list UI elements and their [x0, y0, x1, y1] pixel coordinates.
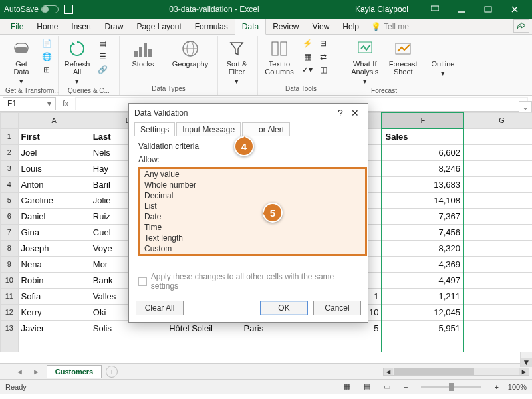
cell[interactable] [464, 288, 532, 304]
help-icon[interactable]: ? [333, 108, 348, 118]
allow-option[interactable]: Any value [140, 169, 365, 180]
flash-fill-icon[interactable]: ⚡ [301, 37, 314, 49]
cell[interactable]: 5,951 [382, 320, 464, 336]
cell[interactable] [464, 320, 532, 336]
cell[interactable] [464, 144, 532, 160]
tab-help[interactable]: Help [336, 19, 366, 34]
cell[interactable]: Caroline [18, 192, 90, 208]
fx-icon[interactable]: fx [56, 99, 75, 108]
sheet-nav-next[interactable]: ► [30, 368, 43, 376]
sort-filter-button[interactable]: Sort & Filter▾ [221, 37, 253, 87]
cell[interactable]: 14,108 [382, 192, 464, 208]
close-icon[interactable] [501, 0, 528, 19]
zoom-out-button[interactable]: − [400, 383, 412, 391]
sheet-nav-prev[interactable]: ◄ [13, 368, 26, 376]
cell[interactable] [464, 336, 532, 352]
zoom-level[interactable]: 100% [508, 383, 527, 391]
row-header[interactable]: 10 [1, 272, 19, 288]
data-model-icon[interactable]: ◫ [317, 64, 330, 76]
cell[interactable] [464, 256, 532, 272]
stocks-button[interactable]: Stocks [122, 37, 164, 69]
maximize-icon[interactable] [475, 0, 501, 19]
add-sheet-button[interactable]: + [106, 366, 118, 378]
remove-duplicates-icon[interactable]: ▦ [301, 51, 314, 63]
allow-option[interactable]: List [140, 201, 365, 211]
cell[interactable]: 7,456 [382, 224, 464, 240]
cell[interactable] [464, 272, 532, 288]
normal-view-icon[interactable]: ▦ [340, 382, 354, 392]
from-web-icon[interactable]: 🌐 [40, 51, 53, 63]
cell[interactable]: Sales [382, 128, 464, 144]
cell[interactable] [241, 336, 317, 352]
col-header-G[interactable]: G [464, 112, 532, 128]
cell[interactable]: Sofia [18, 288, 90, 304]
ribbon-options-icon[interactable] [422, 0, 448, 19]
allow-option[interactable]: Date [140, 211, 365, 222]
relationships-icon[interactable]: ⇄ [317, 51, 330, 63]
tab-view[interactable]: View [306, 19, 336, 34]
tab-data[interactable]: Data [235, 19, 266, 35]
close-icon[interactable]: ✕ [348, 108, 362, 118]
cell[interactable]: Anton [18, 176, 90, 192]
row-header[interactable]: 9 [1, 256, 19, 272]
row-header[interactable]: 8 [1, 240, 19, 256]
page-layout-view-icon[interactable]: ▤ [360, 382, 374, 392]
tab-page-layout[interactable]: Page Layout [130, 19, 188, 34]
tab-settings[interactable]: Settings [134, 122, 175, 136]
row-header[interactable]: 13 [1, 320, 19, 336]
row-header[interactable]: 3 [1, 160, 19, 176]
get-data-button[interactable]: Get Data▾ [5, 37, 37, 87]
horizontal-scrollbar[interactable]: ◄ ► [383, 368, 529, 376]
cell[interactable] [464, 192, 532, 208]
cell[interactable] [90, 336, 166, 352]
cell[interactable] [464, 224, 532, 240]
cell[interactable]: Nena [18, 256, 90, 272]
from-text-icon[interactable]: 📄 [40, 37, 53, 49]
outline-button[interactable]: Outline▾ [427, 37, 459, 79]
apply-all-checkbox[interactable]: Apply these changes to all other cells w… [138, 272, 358, 291]
tab-input-message[interactable]: Input Message [176, 122, 241, 136]
row-header[interactable]: 1 [1, 128, 19, 144]
scroll-left-icon[interactable]: ◄ [384, 368, 393, 375]
sheet-tab-customers[interactable]: Customers [47, 365, 102, 378]
cell[interactable] [464, 160, 532, 176]
cell[interactable] [317, 336, 382, 352]
cell[interactable] [464, 304, 532, 320]
cell[interactable]: Joseph [18, 240, 90, 256]
cell[interactable] [464, 208, 532, 224]
scroll-thumb[interactable] [394, 368, 474, 375]
row-header[interactable]: 4 [1, 176, 19, 192]
geography-button[interactable]: Geography [166, 37, 214, 69]
cell[interactable]: Joel [18, 144, 90, 160]
data-validation-icon[interactable]: ✓▾ [301, 64, 314, 76]
cell[interactable] [166, 336, 241, 352]
forecast-sheet-button[interactable]: Forecast Sheet [386, 37, 422, 77]
cell[interactable]: 7,367 [382, 208, 464, 224]
tab-review[interactable]: Review [266, 19, 305, 34]
select-all-corner[interactable] [1, 112, 19, 128]
cell[interactable]: Louis [18, 160, 90, 176]
col-header-A[interactable]: A [18, 112, 90, 128]
cancel-button[interactable]: Cancel [313, 301, 361, 315]
tell-me[interactable]: 💡 Tell me [366, 19, 414, 34]
cell[interactable]: Kerry [18, 304, 90, 320]
row-header[interactable]: 12 [1, 304, 19, 320]
from-table-icon[interactable]: ⊞ [40, 64, 53, 76]
edit-links-icon[interactable]: 🔗 [96, 64, 109, 76]
zoom-slider[interactable] [421, 386, 481, 388]
refresh-all-button[interactable]: Refresh All▾ [61, 37, 93, 87]
tab-insert[interactable]: Insert [65, 19, 98, 34]
row-header[interactable] [1, 336, 19, 352]
cell[interactable]: Daniel [18, 208, 90, 224]
cell[interactable] [464, 128, 532, 144]
consolidate-icon[interactable]: ⊟ [317, 37, 330, 49]
cell[interactable] [382, 336, 464, 352]
what-if-button[interactable]: What-If Analysis▾ [347, 37, 383, 87]
cell[interactable]: Gina [18, 224, 90, 240]
allow-option[interactable]: Decimal [140, 190, 365, 201]
cell[interactable]: 8,246 [382, 160, 464, 176]
tab-home[interactable]: Home [30, 19, 65, 34]
save-icon[interactable] [64, 5, 73, 14]
autosave-toggle[interactable]: AutoSave [4, 5, 59, 14]
allow-option[interactable]: Time [140, 222, 365, 233]
